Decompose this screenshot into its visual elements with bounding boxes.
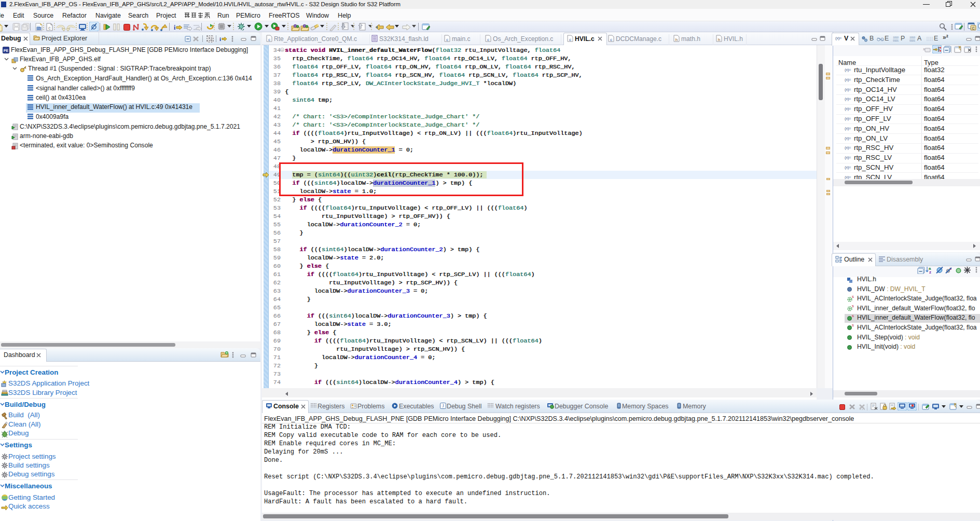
svg-text:PE: PE — [4, 49, 9, 52]
svg-text:x: x — [923, 46, 925, 51]
svg-text:z: z — [929, 270, 931, 273]
svg-text:c: c — [610, 37, 612, 42]
svg-text:0101: 0101 — [909, 39, 915, 42]
svg-text:C: C — [972, 26, 974, 30]
svg-text:c: c — [48, 25, 51, 31]
svg-text:c: c — [569, 37, 571, 42]
svg-text:i: i — [174, 24, 176, 31]
svg-text:c: c — [268, 37, 270, 42]
svg-text:h: h — [718, 37, 720, 42]
svg-text:0101: 0101 — [893, 39, 899, 42]
svg-text:010: 010 — [36, 27, 41, 30]
svg-text:c: c — [446, 37, 448, 42]
svg-text:J: J — [442, 404, 444, 408]
svg-text:c: c — [487, 37, 489, 42]
svg-text:h: h — [675, 37, 678, 42]
svg-text:i: i — [219, 36, 221, 42]
